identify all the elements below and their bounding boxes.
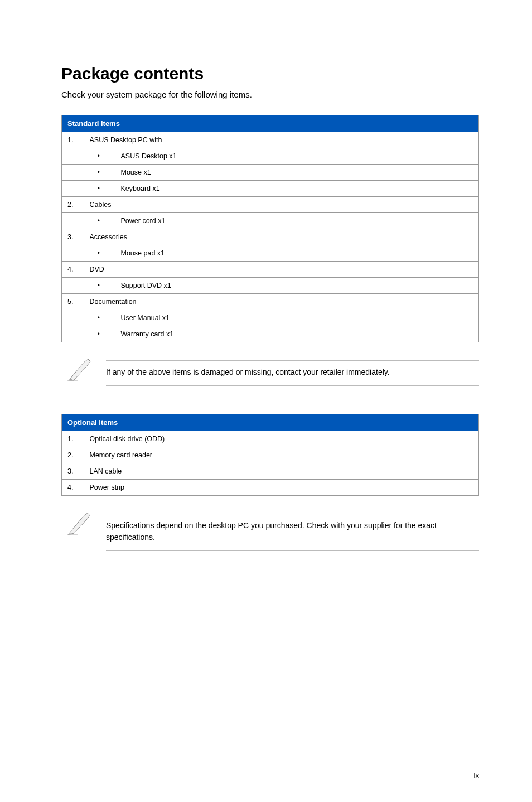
row-item: Mouse pad x1 [118, 245, 479, 262]
row-number: 4. [62, 480, 86, 496]
note-block-2: Specifications depend on the desktop PC … [61, 514, 479, 551]
row-number: 2. [62, 447, 86, 463]
table-row: 2.Memory card reader [62, 447, 479, 463]
bullet: • [86, 181, 118, 197]
table-row: 4.Power strip [62, 480, 479, 496]
row-number: 1. [62, 132, 86, 148]
row-label: LAN cable [86, 463, 479, 480]
note-block-1: If any of the above items is damaged or … [61, 360, 479, 386]
row-number: 1. [62, 431, 86, 447]
intro-text: Check your system package for the follow… [61, 90, 479, 99]
table-row: 1. ASUS Desktop PC with [62, 132, 479, 148]
table-row: •ASUS Desktop x1 [62, 148, 479, 165]
table-row: •Mouse pad x1 [62, 245, 479, 262]
note-text-2: Specifications depend on the desktop PC … [106, 514, 479, 551]
standard-header: Standard items [62, 115, 479, 132]
row-label: DVD [86, 262, 479, 278]
standard-items-table: Standard items 1. ASUS Desktop PC with •… [61, 115, 479, 342]
table-row: 3.LAN cable [62, 463, 479, 480]
pen-icon [67, 358, 93, 381]
row-item: Power cord x1 [118, 213, 479, 229]
row-number: 5. [62, 294, 86, 310]
table-row: 4. DVD [62, 262, 479, 278]
table-row: •Warranty card x1 [62, 326, 479, 342]
row-label: ASUS Desktop PC with [86, 132, 479, 148]
optional-items-table: Optional items 1.Optical disk drive (ODD… [61, 414, 479, 496]
bullet: • [86, 326, 118, 342]
row-number: 3. [62, 463, 86, 480]
bullet: • [86, 278, 118, 294]
table-row: •Mouse x1 [62, 165, 479, 181]
table-row: •Power cord x1 [62, 213, 479, 229]
row-label: Optical disk drive (ODD) [86, 431, 479, 447]
table-row: 2. Cables [62, 197, 479, 213]
optional-header: Optional items [62, 414, 479, 431]
row-label: Cables [86, 197, 479, 213]
page-number: ix [474, 771, 479, 780]
row-number: 2. [62, 197, 86, 213]
table-row: 1.Optical disk drive (ODD) [62, 431, 479, 447]
bullet: • [86, 310, 118, 326]
bullet: • [86, 245, 118, 262]
page-title: Package contents [61, 64, 479, 83]
table-row: 3. Accessories [62, 229, 479, 245]
row-number: 4. [62, 262, 86, 278]
row-item: Mouse x1 [118, 165, 479, 181]
row-item: Keyboard x1 [118, 181, 479, 197]
row-label: Accessories [86, 229, 479, 245]
row-number: 3. [62, 229, 86, 245]
row-item: Support DVD x1 [118, 278, 479, 294]
table-row: •Keyboard x1 [62, 181, 479, 197]
row-item: Warranty card x1 [118, 326, 479, 342]
row-item: ASUS Desktop x1 [118, 148, 479, 165]
table-row: 5. Documentation [62, 294, 479, 310]
row-label: Documentation [86, 294, 479, 310]
bullet: • [86, 165, 118, 181]
table-row: •User Manual x1 [62, 310, 479, 326]
table-row: •Support DVD x1 [62, 278, 479, 294]
bullet: • [86, 213, 118, 229]
row-label: Memory card reader [86, 447, 479, 463]
row-label: Power strip [86, 480, 479, 496]
bullet: • [86, 148, 118, 165]
row-item: User Manual x1 [118, 310, 479, 326]
note-text-1: If any of the above items is damaged or … [106, 360, 479, 386]
pen-icon [67, 511, 93, 535]
